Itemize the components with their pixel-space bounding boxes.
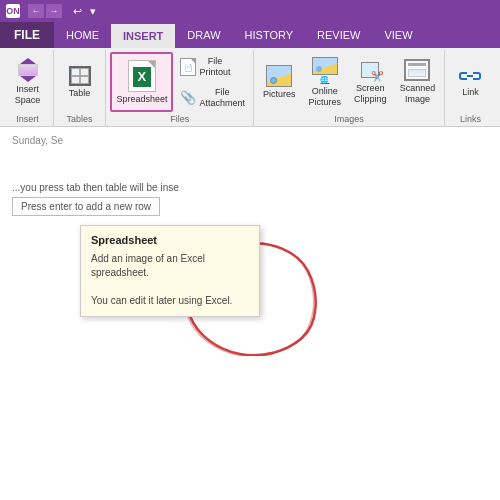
tab-history[interactable]: HISTORY	[233, 22, 306, 48]
tab-home[interactable]: HOME	[54, 22, 111, 48]
spreadsheet-label: Spreadsheet	[116, 94, 167, 105]
screen-clipping-icon: ✂️	[358, 59, 382, 81]
tooltip-title: Spreadsheet	[91, 234, 249, 246]
tables-group-label: Tables	[67, 114, 93, 124]
ribbon-group-insert: Insert Space Insert	[4, 50, 54, 126]
table-icon	[69, 66, 91, 86]
tab-draw[interactable]: DRAW	[175, 22, 232, 48]
pictures-button[interactable]: Pictures	[258, 52, 301, 112]
table-label: Table	[69, 88, 91, 99]
file-printout-icon: 📄	[180, 58, 196, 76]
insert-space-button[interactable]: Insert Space	[8, 52, 48, 112]
title-bar-controls: ← →	[28, 4, 62, 18]
menu-bar: FILE HOME INSERT DRAW HISTORY REVIEW VIE…	[0, 22, 500, 48]
insert-space-label: Insert Space	[15, 84, 41, 106]
link-label: Link	[462, 87, 479, 98]
online-pictures-icon: 🌐	[312, 57, 338, 84]
links-group-label: Links	[460, 114, 481, 124]
file-printout-label: File Printout	[199, 56, 230, 78]
ribbon: Insert Space Insert Table Tables	[0, 48, 500, 127]
file-attachment-icon: 📎	[180, 89, 196, 107]
file-printout-button[interactable]: 📄 File Printout	[176, 54, 249, 80]
ribbon-group-tables: Table Tables	[56, 50, 106, 126]
link-icon	[458, 67, 482, 85]
files-group-label: Files	[170, 114, 189, 124]
ribbon-group-images: Pictures 🌐 Online Pictures ✂️	[256, 50, 445, 126]
screen-clipping-button[interactable]: ✂️ Screen Clipping	[349, 52, 392, 112]
day-header: Sunday, Se	[12, 135, 488, 146]
tab-insert[interactable]: INSERT	[111, 22, 175, 48]
app-icon: ON	[6, 4, 20, 18]
tooltip-body: Add an image of an Excel spreadsheet. Yo…	[91, 252, 249, 308]
file-menu[interactable]: FILE	[0, 22, 54, 48]
tab-view[interactable]: VIEW	[372, 22, 424, 48]
quick-access-toolbar: ↩ ▾	[70, 4, 99, 19]
customize-qat-button[interactable]: ▾	[87, 4, 99, 19]
spreadsheet-button[interactable]: X Spreadsheet	[110, 52, 173, 112]
tab-review[interactable]: REVIEW	[305, 22, 372, 48]
tooltip-popup: Spreadsheet Add an image of an Excel spr…	[80, 225, 260, 317]
pictures-icon	[266, 65, 292, 87]
insert-space-icon	[18, 58, 38, 82]
scanned-image-label: Scanned Image	[400, 83, 436, 105]
undo-button[interactable]: ↩	[70, 4, 85, 19]
table-hint-text: ...you press tab then table will be inse	[12, 182, 488, 193]
back-button[interactable]: ←	[28, 4, 44, 18]
forward-button[interactable]: →	[46, 4, 62, 18]
file-attachment-label: File Attachment	[199, 87, 245, 109]
title-bar: ON ← → ↩ ▾	[0, 0, 500, 22]
online-pictures-label: Online Pictures	[309, 86, 342, 108]
file-attachment-button[interactable]: 📎 File Attachment	[176, 85, 249, 111]
link-button[interactable]: Link	[450, 52, 490, 112]
scanned-image-icon	[404, 59, 430, 81]
scanned-image-button[interactable]: Scanned Image	[395, 52, 441, 112]
menu-tabs: HOME INSERT DRAW HISTORY REVIEW VIEW	[54, 22, 425, 48]
images-group-label: Images	[334, 114, 364, 124]
app-window: ON ← → ↩ ▾ FILE HOME INSERT DRAW HISTORY…	[0, 0, 500, 500]
table-button[interactable]: Table	[60, 52, 100, 112]
online-pictures-button[interactable]: 🌐 Online Pictures	[304, 52, 347, 112]
insert-group-label: Insert	[16, 114, 39, 124]
ribbon-group-links: Link Links	[447, 50, 496, 126]
ribbon-group-files: X Spreadsheet 📄 File Printout 📎	[108, 50, 254, 126]
spreadsheet-icon: X	[128, 60, 156, 92]
screen-clipping-label: Screen Clipping	[354, 83, 387, 105]
pictures-label: Pictures	[263, 89, 296, 100]
table-row-hint: Press enter to add a new row	[12, 197, 160, 216]
